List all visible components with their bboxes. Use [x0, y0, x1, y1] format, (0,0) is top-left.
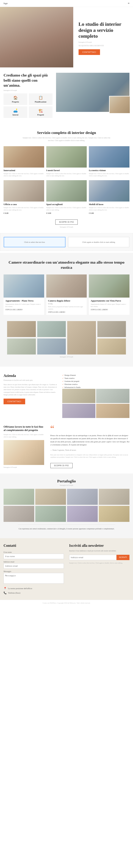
newsletter-text: Inserisci il tuo indirizzo e-mail per is…: [69, 550, 129, 552]
azienda-check-list: ✓ Design d'interni ✓ Team creativo ✓ Ges…: [62, 374, 130, 389]
hero-cta-button[interactable]: CONTATTACI: [79, 49, 100, 55]
contatti-nome-input[interactable]: [4, 554, 64, 559]
parco-content: Appartamento con Vista Parco Appartament…: [89, 298, 129, 312]
hero-links[interactable]: ACQUISTA ORA ISCRIVITI: [79, 44, 128, 46]
crediamo-grid: 🏠 Progetto 📋 Pianificazione 🛋️ Interni 🏗…: [4, 93, 52, 118]
mobili-price: € 0.00: [89, 212, 129, 214]
contatti-title: Contatti: [4, 544, 64, 548]
azienda-cta-button[interactable]: CONTATTACI: [4, 399, 25, 404]
gallery-caption: Immagine di Freepik: [7, 356, 126, 358]
spazi-price: € 0.00: [46, 212, 87, 214]
check-design: ✓ Design d'interni: [62, 374, 130, 377]
newsletter-title: Iscriviti alla newsletter: [69, 544, 129, 548]
contatti-left: Contatti Il tuo nome Indirizzo email Mes…: [4, 544, 64, 594]
contatti-email-field: Indirizzo email: [4, 561, 64, 569]
logo[interactable]: logo: [4, 2, 8, 5]
appartamento-price: STIPULA DEL LIBERO: [5, 309, 42, 311]
camera-appartamento[interactable]: Appartamento - Piano Terra Appartamento …: [4, 275, 44, 315]
hero-title: Lo studio di interior design a servizio …: [79, 21, 128, 39]
newsletter-email-input[interactable]: [69, 555, 117, 560]
card-spazi[interactable]: Spazi accoglienti Sample text. Click to …: [46, 180, 87, 214]
contatti-messaggio-textarea[interactable]: [4, 573, 64, 584]
ufficio-text: Sample text. Click to select the text bo…: [4, 207, 44, 211]
azienda-img-3: [62, 404, 96, 418]
azienda-subtitle: Elementum in facilisi sed velit nenit qu…: [4, 379, 59, 381]
phone-icon: 📞: [4, 591, 7, 594]
lavori-text: Sample text. Click to select the text bo…: [46, 173, 87, 177]
progetti-label: Progetti: [31, 114, 50, 116]
azienda-title: Azienda: [4, 374, 59, 378]
tooltip-right-box[interactable]: Click again or double click to start edi…: [68, 237, 129, 247]
quote-cta-button[interactable]: SCOPRI DI PIÙ: [50, 463, 73, 468]
hero-image: [0, 7, 73, 67]
parco-label: Appartamento con Vista Parco: [91, 299, 128, 302]
check-icon-team: ✓: [62, 377, 64, 379]
doppia-desc: Nella storica proprietà di Santa Caterin…: [48, 306, 85, 310]
crediamo-card-interni[interactable]: 🛋️ Interni: [4, 106, 27, 118]
progetto-label: Progetto: [6, 101, 25, 103]
servizio-description: Sample text. Click to select the text bo…: [22, 136, 111, 142]
gallery-grid: [7, 321, 126, 354]
gallery-section: Immagine di Freepik: [4, 317, 129, 361]
servizio-cta-button[interactable]: SCOPRI DI PIÙ: [55, 219, 78, 225]
hero-image-credit: Immagine di Freepik: [79, 41, 128, 43]
card-visione[interactable]: La nostra visione Sample text. Click to …: [89, 146, 129, 178]
contatti-phone: 📞 Telefono (fisso): [4, 591, 64, 594]
porto-item-2: [35, 489, 66, 505]
appartamento-desc: Appartamento dotato di 5 ottimi spazi. P…: [5, 303, 42, 308]
gallery-item-4: [97, 321, 126, 337]
lavori-image: [46, 146, 87, 167]
card-lavori[interactable]: I nostri lavori Sample text. Click to se…: [46, 146, 87, 178]
newsletter-cta-button[interactable]: ISCRIVITI: [117, 555, 129, 560]
card-ufficio[interactable]: Ufficio a casa Sample text. Click to sel…: [4, 180, 44, 214]
camera-doppia[interactable]: Camera doppia deluxe 55 mq Nella storica…: [46, 275, 87, 315]
interni-icon: 🛋️: [6, 108, 25, 113]
azienda-right: ✓ Design d'interni ✓ Team creativo ✓ Ges…: [62, 374, 130, 418]
quote-author: — Nome Cognome, Titolo di lavoro: [50, 449, 130, 451]
appartamento-image: [4, 275, 44, 298]
servizio-image-credit: Immagine di Freepik: [4, 226, 129, 228]
quote-left-title: Offriamo lavoro in tutte le fasi fino al…: [4, 425, 44, 432]
visione-image: [89, 146, 129, 167]
porto-item-5: [4, 506, 34, 522]
azienda-text: Nunc ultrices est quis lorem tincidunt, …: [4, 383, 59, 396]
mobili-label: Mobili di lusso: [89, 203, 129, 206]
card-mobili[interactable]: Mobili di lusso Sample text. Click to se…: [89, 180, 129, 214]
check-direzione: ✓ Direzione creativa: [62, 383, 130, 386]
lavori-label: I nostri lavori: [46, 169, 87, 172]
contatti-nome-field: Il tuo nome: [4, 551, 64, 559]
contatti-email-input[interactable]: [4, 563, 64, 569]
spazi-image: [46, 180, 87, 202]
mobili-image: [89, 180, 129, 202]
servizio-title: Servizio completo di interior design: [4, 130, 129, 135]
crediamo-card-progetti[interactable]: 🏗️ Progetti: [29, 106, 52, 118]
card-innovazioni[interactable]: Innovazioni Sample text. Click to select…: [4, 146, 44, 178]
camere-title: Camere straordinarie con un'atmosfera el…: [4, 260, 129, 270]
portafoglio-title: Portafoglio: [4, 479, 129, 484]
pianificazione-icon: 📋: [31, 95, 50, 100]
azienda-img-1: [62, 389, 96, 403]
quote-credit: Immagine di Freepik: [4, 466, 44, 468]
check-info: ✓ Informazioni lo Studio: [62, 386, 130, 389]
azienda-img-grid: [62, 389, 130, 418]
quote-left-text: Sample text. Click to select the text bo…: [4, 433, 44, 438]
hamburger-menu[interactable]: ≡: [128, 2, 129, 5]
hero-image-inner: [0, 7, 73, 67]
camere-section: Camere straordinarie con un'atmosfera el…: [0, 253, 133, 366]
quote-right: “ Penso che un buon designer sia un antr…: [48, 425, 130, 468]
tooltip-left-box[interactable]: Click to select the text box: [4, 237, 65, 247]
interni-label: Interni: [6, 114, 25, 116]
progetti-icon: 🏗️: [31, 108, 50, 113]
check-icon-direzione: ✓: [62, 383, 64, 385]
mobili-text: Sample text. Click to select the text bo…: [89, 207, 129, 211]
visione-label: La nostra visione: [89, 169, 129, 172]
crediamo-card-progetto[interactable]: 🏠 Progetto: [4, 93, 27, 105]
crediamo-card-pianificazione[interactable]: 📋 Pianificazione: [29, 93, 52, 105]
gallery-item-5: [7, 339, 36, 354]
quote-section: Offriamo lavoro in tutte le fasi fino al…: [0, 425, 133, 473]
gallery-item-6: [37, 339, 66, 354]
doppia-label: Camera doppia deluxe: [48, 299, 85, 302]
camere-grid: Appartamento - Piano Terra Appartamento …: [4, 275, 129, 315]
parco-image: [89, 275, 129, 298]
camera-parco[interactable]: Appartamento con Vista Parco Appartament…: [89, 275, 129, 315]
